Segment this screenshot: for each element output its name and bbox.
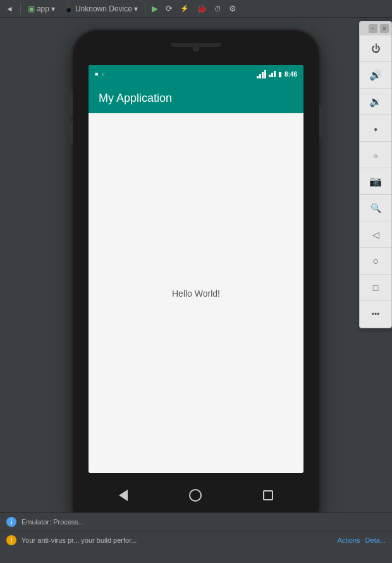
device-dropdown-icon: ▾ (134, 4, 138, 13)
info-icon: i (6, 517, 16, 527)
emulator-title-bar: − × (360, 22, 391, 35)
warn-status-row: ! Your anti-virus pr... your build perfo… (0, 531, 392, 549)
run-button[interactable]: ▶ (149, 3, 161, 15)
separator-1 (20, 3, 21, 15)
app-dropdown-icon: ▾ (51, 4, 55, 13)
phone-screen: ■ ○ (89, 65, 303, 473)
signal-bar-2 (259, 74, 261, 78)
reload-button[interactable]: ⟳ (163, 3, 175, 15)
app-label: app (37, 4, 49, 13)
volume-up-icon: 🔊 (369, 69, 382, 81)
rotate-right-emulator-button[interactable]: ⬦ (360, 142, 391, 168)
phone-camera-area (73, 30, 319, 65)
sync-icon: ○ (101, 71, 104, 77)
back-emulator-button[interactable]: ◁ (360, 221, 391, 248)
info-status-text: Emulator: Process... (21, 518, 386, 526)
zoom-emulator-button[interactable]: 🔍 (360, 195, 391, 221)
debug-button[interactable]: 🐞 (194, 3, 209, 15)
recents-square-icon (263, 490, 273, 500)
power-emulator-button[interactable]: ⏻ (360, 35, 391, 62)
power-side-button[interactable] (319, 106, 322, 138)
hello-world-text: Hello World! (172, 288, 220, 299)
overview-icon: □ (373, 283, 378, 293)
more-icon: ••• (372, 310, 380, 319)
device-label: Unknown Device (75, 4, 132, 13)
status-bar: ■ ○ (89, 65, 303, 83)
home-circle-icon (189, 489, 202, 502)
more-emulator-button[interactable]: ••• (360, 301, 391, 328)
rotate-left-emulator-button[interactable]: ⬧ (360, 115, 391, 142)
phone-frame: ■ ○ (73, 30, 319, 530)
bottom-status-panel: i Emulator: Process... ! Your anti-virus… (0, 512, 392, 563)
actions-link[interactable]: Actions (338, 536, 360, 544)
notification-icon: ■ (95, 71, 98, 77)
back-icon: ◄ (6, 4, 13, 13)
volume-down-emulator-button[interactable]: 🔉 (360, 89, 391, 115)
details-link[interactable]: Deta... (365, 536, 386, 544)
phone-nav-bar (89, 479, 303, 511)
vol-down-side-button[interactable] (70, 122, 73, 144)
app-title: My Application (99, 92, 172, 105)
back-icon: ◁ (372, 230, 379, 240)
app-bar: My Application (89, 83, 303, 113)
device-icon: 📱 (64, 4, 73, 13)
volume-up-emulator-button[interactable]: 🔊 (360, 62, 391, 89)
vol-up-side-button[interactable] (70, 94, 73, 116)
screenshot-emulator-button[interactable]: 📷 (360, 168, 391, 195)
home-emulator-button[interactable]: ○ (360, 248, 391, 275)
cell-bar-1 (269, 75, 271, 77)
home-icon: ○ (372, 256, 379, 267)
battery-icon: ▮ (278, 71, 282, 78)
separator-2 (145, 3, 145, 15)
time-display: 8:46 (285, 71, 297, 78)
warn-status-text: Your anti-virus pr... your build perfor.… (21, 536, 333, 544)
status-left: ■ ○ (95, 71, 105, 77)
signal-bar-4 (264, 70, 266, 78)
zoom-icon: 🔍 (371, 203, 381, 213)
volume-down-icon: 🔉 (369, 96, 382, 108)
info-status-row: i Emulator: Process... (0, 513, 392, 531)
app-selector[interactable]: ▣ app ▾ (25, 3, 58, 15)
cell-signal (269, 71, 276, 77)
power-icon: ⏻ (371, 43, 381, 54)
top-toolbar: ◄ ▣ app ▾ 📱 Unknown Device ▾ ▶ ⟳ ⚡ 🐞 ⏱ ⚙ (0, 0, 392, 18)
signal-bar-1 (257, 76, 259, 78)
profile-button[interactable]: ⏱ (212, 4, 224, 14)
settings-button[interactable]: ⚙ (226, 3, 239, 15)
status-right: ▮ 8:46 (257, 70, 297, 78)
main-area: ■ ○ (0, 18, 392, 563)
app-icon: ▣ (28, 4, 35, 13)
wifi-signal (257, 70, 266, 78)
cell-bar-2 (271, 73, 273, 77)
phone-speaker (171, 43, 221, 47)
cell-bar-3 (274, 71, 276, 77)
overview-emulator-button[interactable]: □ (360, 275, 391, 301)
screen-content: Hello World! (89, 113, 303, 473)
warn-icon: ! (6, 535, 16, 545)
rotate-left-icon: ⬧ (373, 123, 378, 133)
left-panel: ■ ○ (0, 18, 392, 563)
rotate-right-icon: ⬦ (373, 150, 378, 160)
minimize-button[interactable]: − (369, 24, 377, 33)
close-button[interactable]: × (380, 24, 389, 33)
screenshot-icon: 📷 (369, 175, 382, 187)
recents-nav-button[interactable] (263, 490, 273, 500)
flash-button[interactable]: ⚡ (178, 3, 192, 14)
emulator-panel: − × ⏻ 🔊 🔉 ⬧ ⬦ 📷 🔍 ◁ ○ □ (359, 21, 392, 328)
home-nav-button[interactable] (189, 489, 202, 502)
signal-bar-3 (262, 72, 264, 78)
back-button[interactable]: ◄ (3, 3, 16, 15)
back-triangle-icon (119, 490, 128, 501)
device-selector[interactable]: 📱 Unknown Device ▾ (61, 3, 141, 15)
back-nav-button[interactable] (119, 490, 128, 501)
